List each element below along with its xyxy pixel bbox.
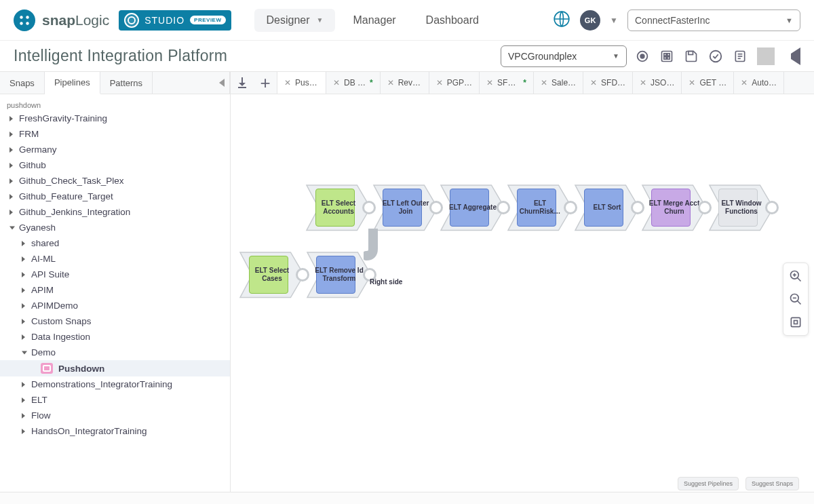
dirty-indicator: * xyxy=(370,78,373,88)
tree-item[interactable]: API Suite xyxy=(0,267,230,282)
new-pipeline-button[interactable]: + xyxy=(254,71,277,94)
plus-icon: + xyxy=(260,74,270,92)
close-icon[interactable]: ✕ xyxy=(284,78,291,88)
user-menu-chevron[interactable]: ▼ xyxy=(610,16,618,25)
output-port[interactable] xyxy=(765,201,779,214)
close-icon[interactable]: ✕ xyxy=(590,78,597,88)
close-icon[interactable]: ✕ xyxy=(741,78,748,88)
close-icon[interactable]: ✕ xyxy=(541,78,547,88)
svg-point-2 xyxy=(20,22,23,25)
pipeline-tab[interactable]: ✕PGP… xyxy=(429,72,480,94)
pipeline-tab-label: PGP… xyxy=(447,78,472,88)
suggest-pipelines-button[interactable]: Suggest Pipelines xyxy=(678,477,739,490)
snap-node[interactable]: ELT Aggregate xyxy=(440,184,506,231)
tree-item[interactable]: ELT xyxy=(0,392,230,408)
tree-item-label: Github_Check_Task_Plex xyxy=(19,176,124,186)
tree-item-label: Custom Snaps xyxy=(31,316,92,326)
studio-badge[interactable]: STUDIO PREVIEW xyxy=(119,10,231,31)
save-icon[interactable] xyxy=(682,47,700,65)
snap-node[interactable]: ELT Left Outer Join xyxy=(372,184,439,231)
run-button[interactable] xyxy=(783,47,800,65)
svg-rect-12 xyxy=(689,51,693,54)
left-tab-patterns[interactable]: Patterns xyxy=(100,72,153,94)
globe-icon[interactable] xyxy=(553,10,570,30)
tree-item-label: APIMDemo xyxy=(31,301,78,311)
chevron-down-icon: ▼ xyxy=(613,52,619,60)
nav-dashboard[interactable]: Dashboard xyxy=(414,9,491,32)
tree-item-label: Germany xyxy=(19,144,57,155)
tree-item[interactable]: Flow xyxy=(0,408,230,423)
properties-icon[interactable] xyxy=(658,47,676,65)
suggest-snaps-button[interactable]: Suggest Snaps xyxy=(745,477,799,490)
svg-point-3 xyxy=(26,22,29,25)
tree-item-label: FreshGravity-Training xyxy=(19,113,107,123)
tree-item[interactable]: Github xyxy=(0,157,230,173)
left-tab-snaps[interactable]: Snaps xyxy=(0,72,45,94)
close-icon[interactable]: ✕ xyxy=(689,78,695,88)
zoom-fit-button[interactable] xyxy=(788,315,803,330)
pipeline-tab[interactable]: ✕Pus… xyxy=(277,72,326,94)
tree-item[interactable]: Github_Check_Task_Plex xyxy=(0,173,230,189)
pipeline-tab[interactable]: ✕Auto… xyxy=(734,72,784,94)
user-avatar[interactable]: GK xyxy=(580,10,600,31)
nav-manager[interactable]: Manager xyxy=(341,9,408,32)
pipeline-tab[interactable]: ✕SFD… xyxy=(583,72,633,94)
left-tab-pipelines[interactable]: Pipelines xyxy=(45,72,100,94)
pipeline-tab[interactable]: ✕SF_…* xyxy=(480,72,534,94)
pipeline-tab-label: Sale… xyxy=(551,78,576,88)
tree-item-label: Data Ingestion xyxy=(31,332,90,342)
snap-node[interactable]: ELT Merge Acct Churn xyxy=(641,184,708,231)
close-icon[interactable]: ✕ xyxy=(640,78,646,88)
tree-item[interactable]: Demo xyxy=(0,345,230,360)
tree-item[interactable]: AI-ML xyxy=(0,251,230,267)
tree-item[interactable]: Custom Snaps xyxy=(0,313,230,329)
tree-item[interactable]: APIMDemo xyxy=(0,298,230,313)
tree-item[interactable]: Demonstrations_IntegratorTraining xyxy=(0,376,230,392)
snap-node[interactable]: ELT ChurnRisk… xyxy=(507,184,573,231)
brand-logo[interactable]: snapLogic xyxy=(14,9,109,31)
close-icon[interactable]: ✕ xyxy=(333,78,340,88)
record-icon[interactable] xyxy=(634,47,651,65)
tree-item-label: Github_Feature_Target xyxy=(19,191,113,201)
pipeline-tab[interactable]: ✕DB …* xyxy=(326,72,381,94)
tree-item[interactable]: Github_Feature_Target xyxy=(0,189,230,204)
close-icon[interactable]: ✕ xyxy=(387,78,394,88)
tree-item[interactable]: Germany xyxy=(0,142,230,157)
org-select[interactable]: ConnectFasterInc ▼ xyxy=(627,9,800,31)
snaplex-selected: VPCGroundplex xyxy=(508,51,577,62)
snap-node[interactable]: ELT Remove Id Transform xyxy=(306,251,372,298)
tree-item[interactable]: FRM xyxy=(0,126,230,142)
pipeline-tab[interactable]: ✕Sale… xyxy=(534,72,583,94)
tree-item[interactable]: FreshGravity-Training xyxy=(0,111,230,126)
row2-side-label: Right side xyxy=(370,278,402,286)
snap-node[interactable]: ELT Select Cases xyxy=(239,251,305,298)
nav-designer-label: Designer xyxy=(267,14,310,26)
snap-node[interactable]: ELT Select Accounts xyxy=(305,184,372,231)
tree-item[interactable]: Gyanesh xyxy=(0,220,230,235)
tree-item-label: Demo xyxy=(31,347,56,357)
pipeline-tab[interactable]: ✕GET … xyxy=(682,72,734,94)
tree-item[interactable]: APIM xyxy=(0,282,230,298)
pipeline-tab[interactable]: ✕Rev… xyxy=(381,72,429,94)
tree-item[interactable]: Data Ingestion xyxy=(0,329,230,345)
zoom-in-button[interactable] xyxy=(788,269,803,284)
notes-icon[interactable] xyxy=(731,47,749,65)
zoom-out-button[interactable] xyxy=(788,292,803,307)
snap-node[interactable]: ELT Sort xyxy=(574,184,640,231)
close-icon[interactable]: ✕ xyxy=(436,78,443,88)
tree-item[interactable]: Pushdown xyxy=(0,360,230,376)
import-button[interactable] xyxy=(231,71,254,94)
pipeline-tab[interactable]: ✕JSO… xyxy=(633,72,682,94)
tree-item[interactable]: HandsOn_IntegratorTraining xyxy=(0,423,230,439)
tree-item[interactable]: Github_Jenkins_Integration xyxy=(0,204,230,220)
svg-point-1 xyxy=(26,16,29,19)
svg-point-6 xyxy=(640,54,644,58)
pipeline-canvas[interactable]: ELT Select AccountsELT Left Outer JoinEL… xyxy=(231,94,814,492)
nav-designer[interactable]: Designer ▼ xyxy=(254,9,336,32)
tree-item[interactable]: shared xyxy=(0,235,230,251)
snap-node[interactable]: ELT Window Functions xyxy=(708,184,775,231)
validate-icon[interactable] xyxy=(707,47,724,65)
close-icon[interactable]: ✕ xyxy=(486,78,493,88)
collapse-sidebar-button[interactable] xyxy=(214,72,230,94)
snaplex-select[interactable]: VPCGroundplex ▼ xyxy=(501,45,627,67)
